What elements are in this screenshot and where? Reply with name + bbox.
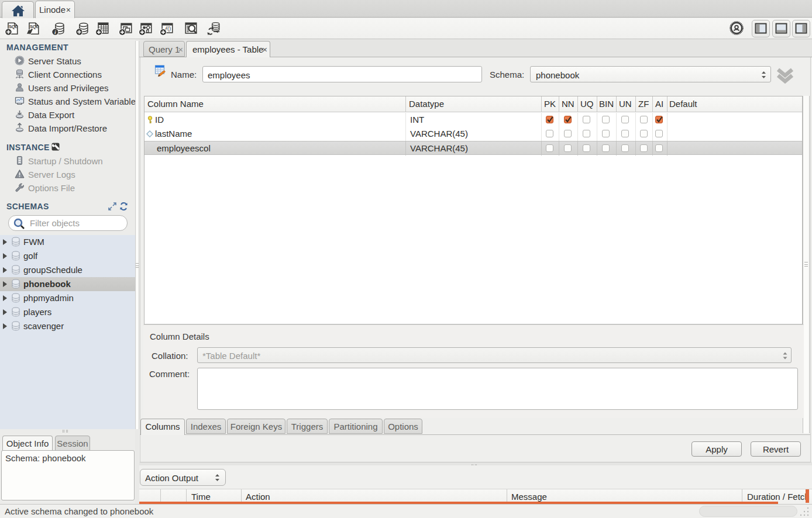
svg-text:i: i	[54, 29, 56, 35]
svg-text:(): ()	[167, 26, 171, 32]
svg-text:SQL: SQL	[9, 24, 18, 29]
